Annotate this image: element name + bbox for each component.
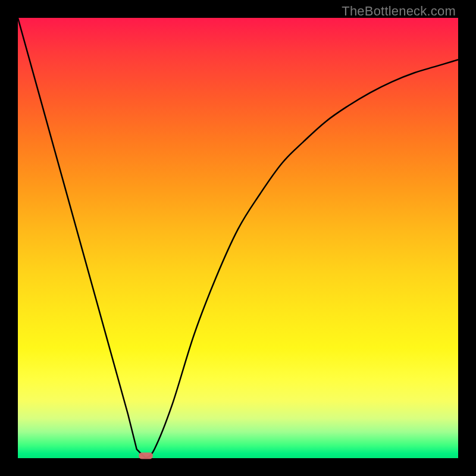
bottleneck-curve [18,18,458,458]
curve-svg [18,18,458,458]
minimum-marker [139,452,153,459]
attribution-text: TheBottleneck.com [342,4,456,19]
plot-area [18,18,458,458]
chart-container: TheBottleneck.com [0,0,476,476]
